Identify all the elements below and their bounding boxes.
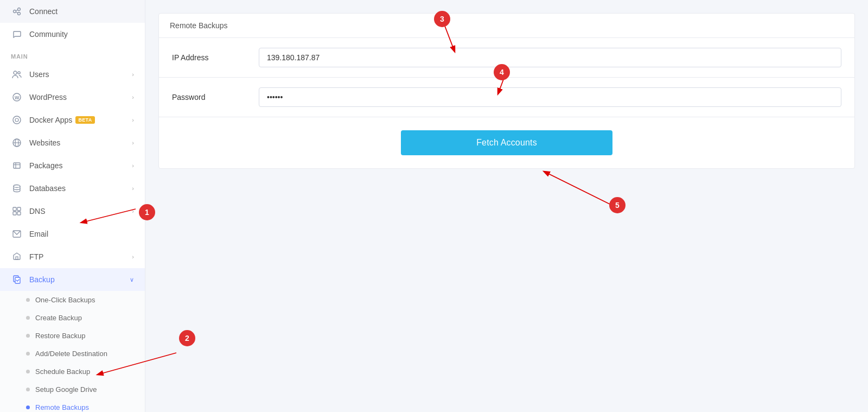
svg-rect-20 bbox=[13, 212, 16, 215]
svg-line-4 bbox=[16, 12, 18, 13]
password-input[interactable] bbox=[259, 87, 841, 107]
panel-title: Remote Backups bbox=[159, 14, 854, 38]
sidebar-item-docker-label: Docker Apps bbox=[29, 116, 72, 124]
svg-point-6 bbox=[18, 72, 20, 74]
submenu-dot bbox=[26, 298, 30, 302]
submenu-label: Create Backup bbox=[35, 314, 82, 322]
chevron-icon: › bbox=[132, 185, 134, 192]
svg-text:W: W bbox=[15, 95, 20, 100]
chevron-icon: › bbox=[132, 117, 134, 123]
sidebar-item-wordpress-label: WordPress bbox=[29, 93, 67, 102]
svg-rect-23 bbox=[16, 257, 18, 259]
sidebar-item-email-label: Email bbox=[29, 230, 48, 238]
svg-point-17 bbox=[14, 185, 20, 188]
svg-point-9 bbox=[13, 116, 21, 124]
submenu-dot bbox=[26, 370, 30, 373]
sidebar-item-packages[interactable]: Packages › bbox=[0, 154, 145, 177]
submenu-remote-backups[interactable]: Remote Backups bbox=[0, 398, 145, 412]
svg-rect-19 bbox=[17, 207, 21, 211]
submenu-label: Remote Backups bbox=[35, 403, 89, 411]
beta-badge: BETA bbox=[75, 116, 94, 124]
chevron-icon: › bbox=[132, 71, 134, 78]
users-icon bbox=[11, 68, 23, 80]
submenu-label: Restore Backup bbox=[35, 332, 86, 340]
sidebar-item-community[interactable]: Community bbox=[0, 23, 145, 46]
sidebar-item-wordpress[interactable]: W WordPress › bbox=[0, 86, 145, 109]
password-row: Password bbox=[159, 78, 854, 117]
sidebar-item-websites[interactable]: Websites › bbox=[0, 131, 145, 154]
sidebar-item-community-label: Community bbox=[29, 30, 68, 39]
remote-backups-panel: Remote Backups IP Address Password Fetch… bbox=[158, 13, 855, 169]
backup-icon bbox=[11, 274, 23, 286]
submenu-label: One-Click Backups bbox=[35, 296, 95, 304]
arrow-1 bbox=[49, 201, 146, 233]
sidebar-item-backup-label: Backup bbox=[29, 275, 55, 284]
submenu-dot-active bbox=[26, 405, 30, 409]
submenu-dot bbox=[26, 352, 30, 356]
sidebar-item-dns-label: DNS bbox=[29, 207, 46, 215]
svg-line-3 bbox=[16, 10, 18, 11]
main-content: Remote Backups IP Address Password Fetch… bbox=[145, 0, 868, 412]
svg-point-0 bbox=[14, 10, 16, 13]
sidebar-item-websites-label: Websites bbox=[29, 138, 60, 147]
sidebar-item-packages-label: Packages bbox=[29, 161, 62, 170]
svg-point-5 bbox=[14, 71, 17, 74]
arrow-2 bbox=[60, 342, 187, 385]
databases-icon bbox=[11, 182, 23, 194]
ip-address-label: IP Address bbox=[172, 53, 259, 62]
community-icon bbox=[11, 28, 23, 40]
sidebar-item-users-label: Users bbox=[29, 70, 49, 79]
password-label: Password bbox=[172, 93, 259, 102]
submenu-one-click-backups[interactable]: One-Click Backups bbox=[0, 291, 145, 309]
chevron-icon: › bbox=[132, 253, 134, 260]
sidebar-item-backup[interactable]: Backup ∨ bbox=[0, 268, 145, 291]
ftp-icon bbox=[11, 251, 23, 263]
sidebar-section-main: MAIN bbox=[0, 46, 145, 63]
form-actions: Fetch Accounts bbox=[159, 117, 854, 168]
connect-icon bbox=[11, 5, 23, 17]
chevron-icon: › bbox=[132, 140, 134, 146]
sidebar-item-ftp-label: FTP bbox=[29, 252, 43, 261]
submenu-dot bbox=[26, 316, 30, 320]
submenu-dot bbox=[26, 334, 30, 338]
svg-point-10 bbox=[15, 118, 18, 122]
svg-rect-14 bbox=[14, 163, 20, 168]
ip-address-input[interactable] bbox=[259, 48, 841, 67]
sidebar-item-ftp[interactable]: FTP › bbox=[0, 245, 145, 268]
chevron-icon: › bbox=[132, 94, 134, 100]
chevron-icon: › bbox=[132, 162, 134, 169]
email-icon bbox=[11, 228, 23, 240]
fetch-accounts-button[interactable]: Fetch Accounts bbox=[401, 130, 612, 155]
sidebar-item-docker-apps[interactable]: Docker Apps BETA › bbox=[0, 109, 145, 131]
ip-address-row: IP Address bbox=[159, 38, 854, 78]
svg-point-2 bbox=[18, 12, 21, 15]
dns-icon bbox=[11, 205, 23, 217]
submenu-dot bbox=[26, 388, 30, 391]
submenu-label: Setup Google Drive bbox=[35, 385, 97, 394]
svg-rect-21 bbox=[17, 212, 21, 215]
websites-icon bbox=[11, 137, 23, 149]
submenu-create-backup[interactable]: Create Backup bbox=[0, 309, 145, 327]
svg-point-1 bbox=[18, 8, 21, 11]
sidebar-item-connect[interactable]: Connect bbox=[0, 0, 145, 23]
svg-rect-18 bbox=[13, 207, 16, 211]
sidebar-item-connect-label: Connect bbox=[29, 7, 58, 16]
sidebar-item-users[interactable]: Users › bbox=[0, 63, 145, 86]
wordpress-icon: W bbox=[11, 91, 23, 103]
sidebar-item-databases[interactable]: Databases › bbox=[0, 177, 145, 200]
docker-icon bbox=[11, 114, 23, 126]
chevron-expand-icon: ∨ bbox=[130, 276, 134, 283]
svg-rect-25 bbox=[15, 277, 20, 283]
annotation-5: 5 bbox=[609, 197, 626, 213]
packages-icon bbox=[11, 160, 23, 172]
sidebar-item-databases-label: Databases bbox=[29, 184, 66, 193]
